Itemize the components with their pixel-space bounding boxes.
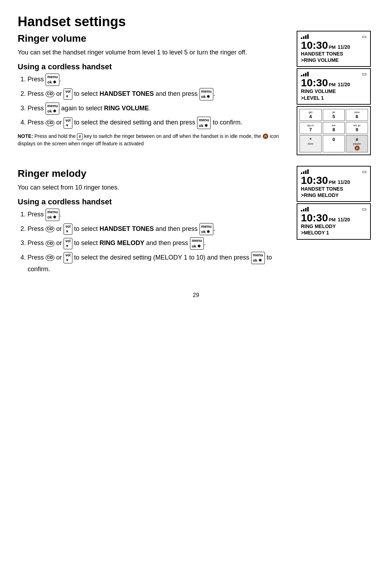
list-item: Press CID or vol▼ to select RING MELODY … — [28, 237, 288, 250]
ringer-melody-steps: Press menuok ✱. Press CID or vol▼ to sel… — [18, 209, 288, 274]
ringer-volume-text: Ringer volume You can set the handset ri… — [18, 31, 288, 150]
time-row-4: 10:30 PM 11/20 — [301, 213, 367, 223]
ringer-volume-intro: You can set the handset ringer volume fr… — [18, 48, 288, 57]
ringer-melody-section: Ringer melody You can select from 10 rin… — [18, 166, 374, 278]
battery-icon-2: ▭ — [362, 71, 367, 77]
key-9: wx yz9 — [346, 122, 368, 134]
date-display-4: 11/20 — [338, 217, 350, 222]
signal-row-3: ▭ — [301, 169, 367, 174]
key-9-sub: wx yz — [347, 124, 367, 127]
screen-line-5: HANDSET TONES — [301, 186, 367, 192]
ringer-melody-subheading: Using a cordless handset — [18, 197, 288, 206]
key-star-sub: tone — [301, 142, 321, 145]
key-8-sub: tuv — [324, 124, 344, 127]
list-item: Press CID or vol▼ to select HANDSET TONE… — [28, 88, 288, 100]
ringer-melody-heading: Ringer melody — [18, 168, 288, 179]
key-star: *tone — [299, 135, 322, 152]
ampm-display: PM — [329, 45, 336, 50]
list-item: Press menuok ✱ again to select RING VOLU… — [28, 103, 288, 115]
signal-bars-2 — [301, 71, 309, 76]
menu-ok-icon-m3: menuok ✱ — [190, 237, 204, 250]
time-display-3: 10:30 — [301, 175, 328, 186]
vol-down-icon-m3: vol▼ — [64, 252, 72, 263]
hash-key-icon: # — [77, 133, 83, 140]
ringer-melody-text: Ringer melody You can select from 10 rin… — [18, 166, 288, 278]
menu-ok-icon-m1: menuok ✱ — [46, 209, 59, 221]
cid-icon-m2: CID — [46, 240, 54, 247]
key-hash: #pause 🔕 — [346, 135, 368, 152]
screen-ring-melody-melody1: ▭ 10:30 PM 11/20 RING MELODY >MELODY 1 — [297, 203, 371, 239]
battery-icon-4: ▭ — [362, 206, 367, 212]
screen-line-6: >RING MELODY — [301, 192, 367, 198]
screen-ring-volume-level1: ▭ 10:30 PM 11/20 RING VOLUME >LEVEL 1 — [297, 68, 371, 104]
key-4-sub: ghi — [301, 111, 321, 114]
key-8: tuv8 — [323, 122, 345, 134]
time-row: 10:30 PM 11/20 — [301, 40, 367, 51]
time-row-2: 10:30 PM 11/20 — [301, 77, 367, 88]
key-7-sub: pq rs — [301, 124, 321, 127]
cid-icon: CID — [46, 91, 54, 97]
battery-icon-3: ▭ — [362, 169, 367, 174]
battery-icon: ▭ — [362, 34, 367, 39]
key-7: pq rs7 — [299, 122, 322, 134]
date-display: 11/20 — [338, 44, 350, 50]
ringer-melody-intro: You can select from 10 ringer tones. — [18, 183, 288, 192]
cid-icon-m1: CID — [46, 226, 54, 232]
page-title: Handset settings — [18, 14, 374, 29]
ampm-display-3: PM — [329, 180, 336, 185]
time-display-4: 10:30 — [301, 213, 328, 223]
keypad-image: ghi4 jkl5 mno6 pq rs7 tuv8 wx yz9 *tone … — [297, 106, 371, 155]
keypad-grid: ghi4 jkl5 mno6 pq rs7 tuv8 wx yz9 *tone … — [299, 109, 368, 152]
cid-icon-m3: CID — [46, 255, 54, 261]
key-5: jkl5 — [323, 109, 345, 121]
ringer-volume-screens: ▭ 10:30 PM 11/20 HANDSET TONES >RING VOL… — [297, 31, 374, 155]
list-item: Press CID or vol▼ to select the desired … — [28, 252, 288, 274]
list-item: Press menuok ✱. — [28, 74, 288, 86]
key-hash-sub: pause — [347, 142, 367, 145]
signal-bars-3 — [301, 169, 309, 174]
ringer-volume-section: Ringer volume You can set the handset ri… — [18, 31, 374, 155]
ringer-volume-heading: Ringer volume — [18, 33, 288, 44]
signal-bars — [301, 34, 309, 39]
list-item: Press CID or vol▼ to select HANDSET TONE… — [28, 223, 288, 235]
ampm-display-2: PM — [329, 82, 336, 87]
signal-row: ▭ — [301, 34, 367, 39]
ringer-volume-subheading: Using a cordless handset — [18, 62, 288, 71]
ringer-melody-screens: ▭ 10:30 PM 11/20 HANDSET TONES >RING MEL… — [297, 166, 374, 240]
signal-row-4: ▭ — [301, 206, 367, 212]
screen-line-8: >MELODY 1 — [301, 229, 367, 236]
menu-ok-icon-m4: menuok ✱ — [251, 252, 265, 264]
screen-handset-tones-ring-volume: ▭ 10:30 PM 11/20 HANDSET TONES >RING VOL… — [297, 31, 371, 67]
key-6-sub: mno — [347, 111, 367, 114]
screen-line-4: >LEVEL 1 — [301, 95, 367, 101]
time-display: 10:30 — [301, 40, 328, 51]
menu-ok-icon-3: menuok ✱ — [46, 103, 59, 115]
list-item: Press menuok ✱. — [28, 209, 288, 221]
date-display-3: 11/20 — [338, 179, 350, 185]
signal-row-2: ▭ — [301, 71, 367, 77]
screen-line-1: HANDSET TONES — [301, 51, 367, 57]
time-row-3: 10:30 PM 11/20 — [301, 175, 367, 186]
vol-down-icon-2: vol▼ — [64, 117, 72, 129]
menu-ok-icon-4: menuok ✱ — [197, 117, 211, 129]
menu-ok-icon-m2: menuok ✱ — [200, 223, 213, 235]
ringer-volume-steps: Press menuok ✱. Press CID or vol▼ to sel… — [18, 74, 288, 129]
cid-icon-2: CID — [46, 120, 54, 126]
screen-line-3: RING VOLUME — [301, 88, 367, 94]
list-item: Press CID or vol▼ to select the desired … — [28, 117, 288, 129]
key-4: ghi4 — [299, 109, 322, 121]
key-5-sub: jkl — [324, 111, 344, 114]
vol-down-icon: vol▼ — [64, 88, 72, 100]
menu-ok-icon-2: menuok ✱ — [200, 88, 213, 100]
ringer-off-icon: 🔕 — [354, 145, 360, 151]
screen-line-7: RING MELODY — [301, 223, 367, 229]
menu-ok-icon: menuok ✱ — [46, 74, 59, 86]
page-number: 29 — [18, 292, 374, 298]
key-6: mno6 — [346, 109, 368, 121]
signal-bars-4 — [301, 206, 309, 211]
vol-down-icon-m1: vol▼ — [64, 223, 72, 235]
screen-handset-tones-ring-melody: ▭ 10:30 PM 11/20 HANDSET TONES >RING MEL… — [297, 166, 371, 202]
date-display-2: 11/20 — [338, 82, 350, 87]
key-0: 0 — [323, 135, 345, 152]
ampm-display-4: PM — [329, 217, 336, 222]
